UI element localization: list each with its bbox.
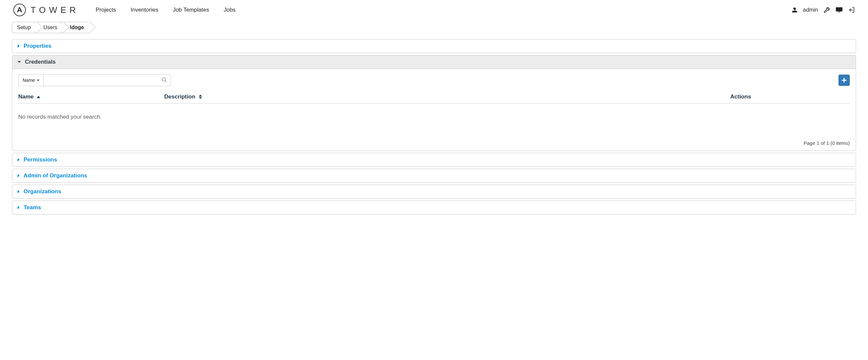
monitor-icon[interactable] [835,7,843,13]
content: Setup Users ldoge Properties Credentials… [0,22,868,226]
filter-field-label: Name [23,77,35,83]
credentials-empty-message: No records matched your search. [18,104,850,140]
column-name[interactable]: Name [18,94,164,100]
search-wrap [43,74,171,86]
user-icon[interactable] [792,7,798,13]
chevron-right-icon [18,44,20,48]
add-credential-button[interactable] [838,74,850,86]
chevron-right-icon [18,206,20,209]
credentials-toolbar: Name [18,74,850,86]
column-description[interactable]: Description [164,94,730,100]
panel-permissions: Permissions [12,153,856,167]
search-input[interactable] [44,74,170,86]
panel-teams-title: Teams [24,204,41,211]
panel-organizations-title: Organizations [24,188,61,195]
main-nav: Projects Inventories Job Templates Jobs [96,7,236,13]
user-name[interactable]: admin [803,7,818,13]
panel-permissions-title: Permissions [24,157,57,163]
chevron-down-icon [18,61,21,63]
breadcrumb: Setup Users ldoge [12,22,856,33]
svg-rect-0 [836,7,842,11]
filter-field-select[interactable]: Name [18,74,43,86]
settings-icon[interactable] [824,7,830,13]
credentials-pager: Page 1 of 1 (0 items) [18,140,850,146]
breadcrumb-setup[interactable]: Setup [12,22,37,33]
brand-logo[interactable]: A TOWER [13,4,79,16]
svg-line-3 [165,80,167,82]
chevron-right-icon [18,190,20,193]
panel-teams: Teams [12,201,856,215]
panel-admin-orgs-title: Admin of Organizations [24,172,87,179]
chevron-right-icon [18,174,20,177]
nav-inventories[interactable]: Inventories [131,7,158,13]
panel-credentials: Credentials Name [12,55,856,151]
panel-properties-header[interactable]: Properties [12,39,856,53]
caret-down-icon [37,79,39,81]
panel-properties-title: Properties [24,43,52,50]
search-icon[interactable] [161,77,167,84]
topbar: A TOWER Projects Inventories Job Templat… [0,0,868,20]
sort-asc-icon [37,96,40,98]
panel-permissions-header[interactable]: Permissions [12,153,856,166]
credentials-table-header: Name Description Actions [18,94,850,104]
chevron-right-icon [18,158,20,161]
panel-credentials-body: Name Name [12,69,856,151]
panel-credentials-header[interactable]: Credentials [12,55,856,69]
svg-rect-1 [838,11,840,12]
sort-icon [199,95,202,99]
panel-organizations: Organizations [12,185,856,199]
brand-logo-text: TOWER [31,5,79,15]
panel-credentials-title: Credentials [25,59,56,65]
svg-rect-5 [842,80,846,81]
svg-point-2 [162,77,166,81]
panel-organizations-header[interactable]: Organizations [12,185,856,198]
column-actions: Actions [730,94,850,100]
panel-teams-header[interactable]: Teams [12,201,856,214]
nav-projects[interactable]: Projects [96,7,116,13]
logout-icon[interactable] [848,7,855,13]
brand-logo-mark: A [13,4,26,16]
nav-jobs[interactable]: Jobs [224,7,236,13]
panel-admin-orgs-header[interactable]: Admin of Organizations [12,169,856,182]
user-area: admin [792,7,855,13]
nav-job-templates[interactable]: Job Templates [173,7,209,13]
panel-admin-orgs: Admin of Organizations [12,169,856,183]
panel-properties: Properties [12,39,856,53]
